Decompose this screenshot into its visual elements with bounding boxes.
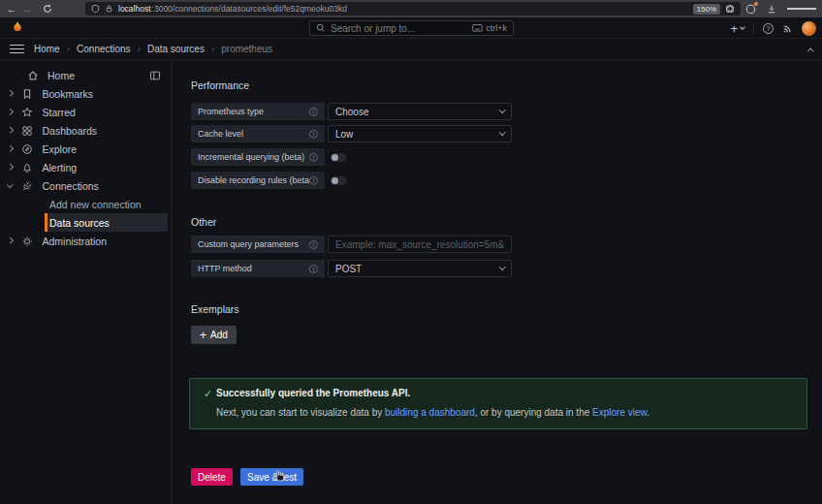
selected-indicator: Data sources bbox=[45, 213, 168, 232]
chevron-down-icon[interactable] bbox=[7, 181, 13, 187]
chevron-down-icon bbox=[499, 129, 505, 135]
bell-icon bbox=[21, 162, 34, 173]
plus-icon: + bbox=[730, 22, 738, 35]
custom-query-parameters-label: Custom query parameters i bbox=[191, 236, 325, 253]
plus-icon: + bbox=[200, 330, 206, 341]
extensions-icon[interactable] bbox=[725, 4, 735, 14]
chevron-right-icon[interactable] bbox=[7, 164, 13, 170]
chevron-right-icon[interactable] bbox=[7, 145, 13, 151]
search-input[interactable]: Search or jump to... ctrl+k bbox=[309, 20, 514, 36]
sidebar-item-dashboards[interactable]: Dashboards bbox=[0, 121, 171, 140]
sidebar-item-data-sources[interactable]: Data sources bbox=[0, 213, 171, 232]
dashboards-grid-icon bbox=[21, 125, 34, 137]
search-placeholder: Search or jump to... bbox=[331, 23, 467, 34]
url-host: localhost bbox=[118, 4, 151, 14]
delete-button[interactable]: Delete bbox=[191, 468, 233, 486]
notification-badge bbox=[754, 2, 758, 6]
breadcrumb: Home › Connections › Data sources › prom… bbox=[34, 44, 272, 54]
info-icon[interactable]: i bbox=[309, 265, 318, 273]
url-path: :3000/connections/datasources/edit/fe52q… bbox=[152, 4, 347, 14]
breadcrumb-home[interactable]: Home bbox=[34, 44, 60, 54]
alert-title: Successfully queried the Prometheus API. bbox=[216, 388, 410, 398]
browser-reload-icon[interactable] bbox=[43, 4, 52, 14]
shortcut-hint: ctrl+k bbox=[472, 23, 507, 33]
field-row-cache-level: Cache level i Low bbox=[191, 125, 512, 142]
info-icon[interactable]: i bbox=[309, 240, 318, 249]
sidebar-item-connections[interactable]: Connections bbox=[0, 176, 171, 195]
page-zoom-badge[interactable]: 150% bbox=[693, 4, 720, 15]
lock-icon[interactable] bbox=[105, 4, 113, 14]
breadcrumb-current: prometheus bbox=[221, 44, 272, 54]
check-icon: ✓ bbox=[204, 388, 212, 400]
chevron-right-icon[interactable] bbox=[7, 127, 13, 133]
bookmark-icon bbox=[21, 88, 34, 100]
compass-icon bbox=[21, 143, 34, 155]
help-icon[interactable]: ? bbox=[763, 23, 774, 34]
field-row-custom-query-parameters: Custom query parameters i bbox=[191, 236, 512, 253]
browser-back-icon[interactable]: ← bbox=[4, 0, 19, 17]
account-icon[interactable] bbox=[745, 4, 756, 15]
breadcrumb-connections[interactable]: Connections bbox=[77, 44, 131, 54]
building-a-dashboard-link[interactable]: building a dashboard bbox=[385, 407, 475, 418]
sidebar-item-home[interactable]: Home bbox=[0, 66, 171, 84]
sidebar-item-starred[interactable]: Starred bbox=[0, 103, 171, 121]
disable-recording-rules-label: Disable recording rules (beta) i bbox=[191, 172, 325, 189]
sidebar-item-administration[interactable]: Administration bbox=[0, 232, 171, 250]
sidebar-item-bookmarks[interactable]: Bookmarks bbox=[0, 84, 171, 103]
disable-recording-rules-toggle[interactable] bbox=[331, 176, 347, 185]
chevron-right-icon[interactable] bbox=[7, 237, 13, 243]
custom-query-parameters-input[interactable] bbox=[335, 239, 504, 250]
chevron-up-icon[interactable] bbox=[807, 48, 813, 54]
home-icon bbox=[26, 70, 39, 81]
sidebar-item-add-new-connection[interactable]: Add new connection bbox=[0, 195, 171, 213]
sidebar-item-explore[interactable]: Explore bbox=[0, 140, 171, 158]
cache-level-select[interactable]: Low bbox=[328, 125, 512, 142]
plug-icon bbox=[21, 180, 34, 192]
screen: ← → localhost :3000/connections/datasour… bbox=[0, 0, 822, 504]
app-menu-icon[interactable] bbox=[787, 6, 816, 11]
save-and-test-button[interactable]: Save & test bbox=[240, 468, 303, 486]
user-avatar[interactable] bbox=[802, 21, 816, 36]
browser-action-icons bbox=[725, 0, 816, 17]
alert-body: Next, you can start to visualize data by… bbox=[216, 407, 649, 418]
info-icon[interactable]: i bbox=[309, 130, 318, 139]
downloads-icon[interactable] bbox=[767, 4, 776, 15]
chevron-down-icon bbox=[499, 107, 505, 112]
explore-view-link[interactable]: Explore view bbox=[592, 407, 647, 418]
field-row-incremental-querying: Incremental querying (beta) i bbox=[191, 148, 512, 166]
grafana-logo[interactable] bbox=[10, 20, 25, 36]
new-menu-button[interactable]: + bbox=[730, 22, 744, 35]
mega-menu-toggle-icon[interactable] bbox=[10, 42, 25, 55]
dock-sidebar-icon[interactable] bbox=[149, 70, 161, 81]
chevron-right-icon[interactable] bbox=[7, 109, 13, 114]
chevron-down-icon bbox=[499, 264, 505, 269]
prometheus-type-label: Prometheus type i bbox=[191, 103, 325, 120]
performance-section-title: Performance bbox=[191, 79, 249, 91]
chevron-down-icon bbox=[740, 24, 745, 30]
browser-url-bar[interactable]: localhost :3000/connections/datasources/… bbox=[85, 2, 741, 16]
http-method-label: HTTP method i bbox=[191, 260, 325, 277]
other-section-title: Other bbox=[191, 216, 216, 228]
http-method-select[interactable]: POST bbox=[328, 260, 512, 277]
gear-icon bbox=[21, 236, 34, 247]
shield-icon[interactable] bbox=[91, 4, 100, 14]
field-row-prometheus-type: Prometheus type i Choose bbox=[191, 103, 512, 120]
browser-forward-icon[interactable]: → bbox=[19, 0, 35, 17]
info-icon[interactable]: i bbox=[309, 108, 318, 116]
success-alert: ✓ Successfully queried the Prometheus AP… bbox=[189, 378, 807, 429]
info-icon[interactable]: i bbox=[309, 153, 318, 162]
custom-query-parameters-input-wrap bbox=[328, 236, 512, 253]
incremental-querying-toggle[interactable] bbox=[331, 153, 347, 162]
field-row-disable-recording-rules: Disable recording rules (beta) i bbox=[191, 172, 512, 189]
star-icon bbox=[21, 107, 34, 118]
field-row-http-method: HTTP method i POST bbox=[191, 260, 512, 277]
datasource-settings-main: Performance Prometheus type i Choose Cac… bbox=[172, 60, 822, 504]
news-rss-icon[interactable] bbox=[782, 23, 793, 34]
chevron-right-icon[interactable] bbox=[7, 90, 13, 96]
grafana-topnav: Search or jump to... ctrl+k + ? bbox=[0, 17, 822, 39]
prometheus-type-select[interactable]: Choose bbox=[328, 103, 512, 120]
sidebar-item-alerting[interactable]: Alerting bbox=[0, 158, 171, 176]
info-icon[interactable]: i bbox=[309, 176, 318, 185]
breadcrumb-data-sources[interactable]: Data sources bbox=[147, 44, 205, 54]
add-exemplar-button[interactable]: + Add bbox=[191, 326, 237, 344]
